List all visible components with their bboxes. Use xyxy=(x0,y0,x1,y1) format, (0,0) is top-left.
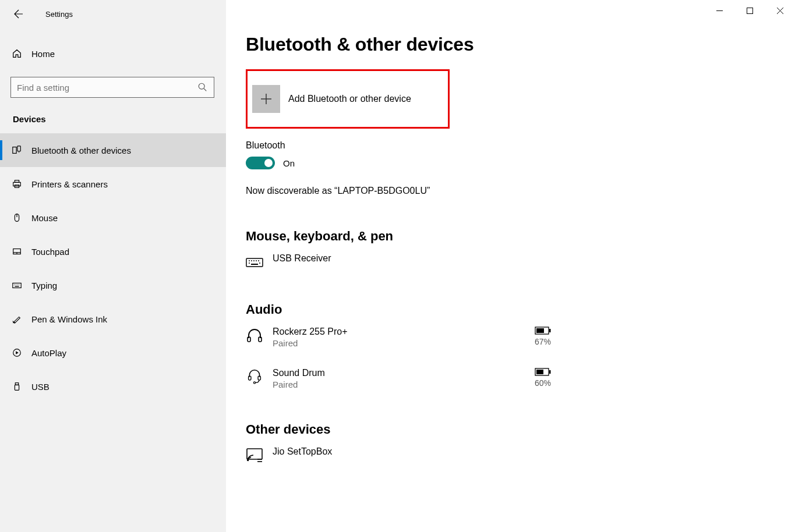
svg-point-29 xyxy=(249,260,250,261)
svg-point-32 xyxy=(256,260,257,261)
bluetooth-devices-icon xyxy=(12,145,31,155)
svg-rect-41 xyxy=(536,328,544,333)
svg-point-16 xyxy=(17,284,17,285)
bluetooth-toggle[interactable] xyxy=(246,157,275,169)
window-controls xyxy=(704,0,795,21)
nav-item-label: Pen & Windows Ink xyxy=(31,314,107,324)
nav-item-autoplay[interactable]: AutoPlay xyxy=(0,336,226,370)
svg-point-30 xyxy=(251,260,252,261)
maximize-icon xyxy=(747,8,753,14)
nav-item-printers[interactable]: Printers & scanners xyxy=(0,167,226,201)
nav-item-touchpad[interactable]: Touchpad xyxy=(0,235,226,268)
plus-icon xyxy=(260,93,273,105)
svg-rect-40 xyxy=(549,329,551,332)
bluetooth-label: Bluetooth xyxy=(246,140,795,151)
device-battery: 60% xyxy=(525,368,560,388)
svg-rect-6 xyxy=(15,180,19,183)
device-name: Sound Drum xyxy=(273,368,525,378)
nav-item-mouse[interactable]: Mouse xyxy=(0,201,226,235)
battery-percent: 67% xyxy=(535,337,551,346)
home-link[interactable]: Home xyxy=(0,41,226,66)
svg-point-14 xyxy=(14,284,15,285)
maximize-button[interactable] xyxy=(734,0,765,21)
printer-icon xyxy=(12,179,31,189)
main-panel: Bluetooth & other devices Add Bluetooth … xyxy=(226,0,795,532)
minimize-icon xyxy=(716,8,723,14)
nav-item-usb[interactable]: USB xyxy=(0,370,226,403)
nav-item-label: USB xyxy=(31,382,50,392)
touchpad-icon xyxy=(12,246,31,257)
device-row[interactable]: Sound Drum Paired 60% xyxy=(246,368,560,389)
device-name: Jio SetTopBox xyxy=(273,446,560,457)
svg-point-34 xyxy=(249,263,250,264)
usb-icon xyxy=(12,381,31,392)
svg-point-35 xyxy=(259,263,260,264)
svg-rect-28 xyxy=(246,258,263,267)
svg-rect-36 xyxy=(251,264,258,265)
svg-rect-13 xyxy=(13,283,21,288)
autoplay-icon xyxy=(12,347,31,358)
home-label: Home xyxy=(31,49,55,59)
add-device-button[interactable]: Add Bluetooth or other device xyxy=(246,69,450,129)
svg-point-0 xyxy=(199,83,204,89)
svg-rect-46 xyxy=(549,370,551,374)
svg-point-4 xyxy=(19,152,19,152)
nav-item-typing[interactable]: Typing xyxy=(0,268,226,302)
minimize-button[interactable] xyxy=(704,0,734,21)
svg-rect-18 xyxy=(15,286,19,286)
bluetooth-state: On xyxy=(283,158,295,168)
svg-line-1 xyxy=(204,88,206,91)
device-status: Paired xyxy=(273,380,525,389)
headphones-icon xyxy=(246,327,273,343)
page-title: Bluetooth & other devices xyxy=(246,34,795,55)
titlebar-title: Settings xyxy=(45,10,73,19)
plus-tile xyxy=(252,85,280,113)
nav-item-label: Printers & scanners xyxy=(31,179,108,189)
device-row[interactable]: Jio SetTopBox xyxy=(246,446,560,463)
battery-percent: 60% xyxy=(535,378,551,388)
device-row[interactable]: Rockerz 255 Pro+ Paired 67% xyxy=(246,327,560,348)
svg-point-31 xyxy=(253,260,255,261)
nav-item-label: Bluetooth & other devices xyxy=(31,146,131,155)
device-name: USB Receiver xyxy=(273,253,560,264)
device-name: Rockerz 255 Pro+ xyxy=(273,327,525,337)
nav-item-label: Typing xyxy=(31,281,57,290)
pen-icon xyxy=(12,314,31,324)
close-button[interactable] xyxy=(765,0,795,21)
svg-rect-2 xyxy=(13,147,16,154)
svg-rect-23 xyxy=(747,8,752,13)
nav-item-label: AutoPlay xyxy=(31,348,66,358)
svg-rect-21 xyxy=(15,385,19,390)
svg-point-49 xyxy=(248,460,249,462)
audio-heading: Audio xyxy=(246,302,795,317)
headset-icon xyxy=(246,368,273,384)
svg-rect-47 xyxy=(536,370,543,374)
bluetooth-toggle-row: On xyxy=(246,157,795,169)
keyboard-icon xyxy=(12,280,31,290)
arrow-left-icon xyxy=(14,9,23,19)
svg-point-44 xyxy=(253,382,255,384)
search-icon xyxy=(197,82,208,93)
search-input[interactable] xyxy=(17,83,197,93)
back-button[interactable] xyxy=(8,3,29,24)
sidebar: Settings Home Devices Bluetooth & other … xyxy=(0,0,226,532)
other-heading: Other devices xyxy=(246,422,795,437)
svg-point-33 xyxy=(258,260,259,261)
svg-point-17 xyxy=(19,284,19,285)
nav-item-pen[interactable]: Pen & Windows Ink xyxy=(0,302,226,336)
device-row[interactable]: USB Receiver xyxy=(246,253,560,269)
battery-icon xyxy=(535,327,551,335)
svg-rect-5 xyxy=(13,182,21,186)
mouse-icon xyxy=(12,212,31,223)
nav-item-label: Mouse xyxy=(31,213,58,223)
add-device-label: Add Bluetooth or other device xyxy=(288,94,411,104)
nav-item-bluetooth[interactable]: Bluetooth & other devices xyxy=(0,133,226,167)
home-icon xyxy=(12,48,31,59)
device-status: Paired xyxy=(273,338,525,348)
section-title: Devices xyxy=(0,98,226,133)
svg-rect-3 xyxy=(17,146,20,151)
search-box[interactable] xyxy=(10,77,214,98)
battery-icon xyxy=(535,368,551,376)
keyboard-device-icon xyxy=(246,253,273,269)
cast-device-icon xyxy=(246,446,273,463)
